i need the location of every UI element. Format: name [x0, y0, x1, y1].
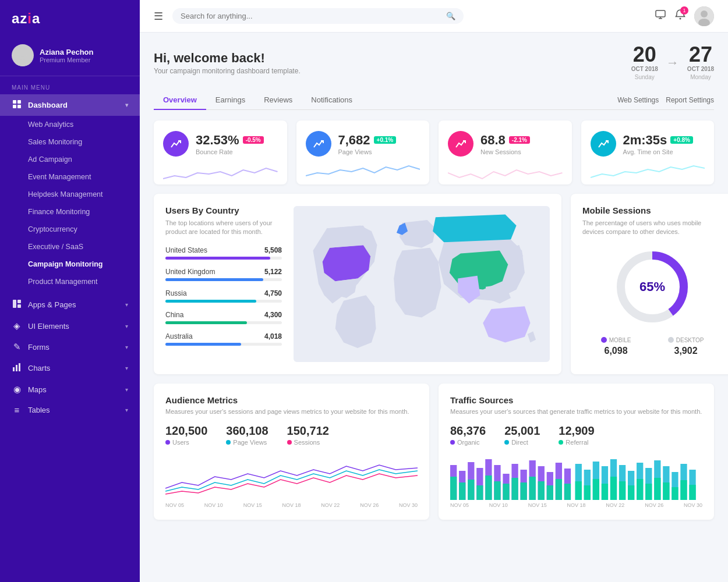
tab-reviews[interactable]: Reviews: [255, 91, 302, 110]
tab-earnings[interactable]: Earnings: [206, 91, 255, 110]
sidebar-item-ad-campaign[interactable]: Ad Campaign: [0, 151, 140, 168]
audience-users-stat: 120,500 Users: [165, 424, 207, 446]
menu-icon[interactable]: ☰: [154, 10, 163, 23]
stat-card-new-sessions: 68.8 -2.1% New Sessions: [439, 120, 572, 184]
sidebar-item-ui-elements[interactable]: ◈ UI Elements ▾: [0, 315, 140, 336]
svg-rect-47: [547, 485, 553, 500]
svg-rect-44: [520, 482, 526, 500]
audience-sessions-stat: 150,712 Sessions: [287, 424, 329, 446]
tab-overview[interactable]: Overview: [154, 91, 206, 110]
mobile-dot: [601, 337, 607, 343]
svg-rect-5: [17, 105, 21, 108]
tab-notifications[interactable]: Notifications: [302, 91, 362, 110]
monitor-icon[interactable]: [655, 9, 666, 23]
welcome-subtitle: Your campaign monitoring dashboard templ…: [154, 67, 301, 75]
sidebar-item-apps-pages[interactable]: Apps & Pages ▾: [0, 294, 140, 315]
svg-rect-64: [575, 481, 582, 500]
date-from-num: 20: [631, 44, 658, 65]
web-settings-link[interactable]: Web Settings: [617, 96, 659, 104]
traffic-title: Traffic Sources: [450, 395, 702, 405]
user-avatar[interactable]: [694, 6, 714, 26]
svg-rect-65: [584, 485, 591, 500]
audience-title: Audience Metrics: [165, 395, 418, 405]
sidebar-item-charts[interactable]: Charts ▾: [0, 357, 140, 379]
sidebar-item-executive-saas[interactable]: Executive / SaaS: [0, 238, 140, 255]
traffic-chart: [450, 453, 702, 500]
arrow-icon: →: [666, 55, 679, 70]
svg-rect-41: [494, 481, 500, 500]
new-sessions-label: New Sessions: [480, 148, 530, 155]
sidebar-item-sales-monitoring[interactable]: Sales Monitoring: [0, 133, 140, 151]
svg-rect-4: [13, 105, 16, 108]
sidebar-item-tables[interactable]: ≡ Tables ▾: [0, 400, 140, 420]
svg-rect-71: [637, 479, 643, 500]
chevron-down-icon-forms: ▾: [125, 344, 128, 350]
chevron-down-icon-ui: ▾: [125, 323, 128, 329]
search-input[interactable]: [181, 12, 441, 20]
sidebar-item-web-analytics[interactable]: Web Analytics: [0, 116, 140, 133]
sidebar-item-event-management[interactable]: Event Management: [0, 168, 140, 186]
chevron-down-icon-tables: ▾: [125, 407, 128, 413]
charts-icon: [12, 363, 22, 374]
sidebar-item-dashboard[interactable]: Dashboard ▾: [0, 94, 140, 116]
pageviews-dot: [226, 440, 231, 445]
country-row: United States 5,508: [165, 246, 282, 260]
sessions-dot: [287, 440, 292, 445]
svg-rect-12: [656, 10, 665, 17]
sidebar-user-profile[interactable]: Aziana Pechon Premium Member: [0, 37, 140, 76]
audience-pageviews-stat: 360,108 Page Views: [226, 424, 268, 446]
search-icon: 🔍: [446, 12, 455, 20]
chevron-down-icon-charts: ▾: [125, 365, 128, 371]
sidebar-item-helpdesk-management[interactable]: Helpdesk Management: [0, 186, 140, 203]
sidebar-item-maps[interactable]: ◉ Maps ▾: [0, 379, 140, 400]
stat-cards: 32.53% -0.5% Bounce Rate: [154, 120, 714, 184]
audience-metrics-card: Audience Metrics Measures your user's se…: [154, 384, 429, 520]
audience-subtitle: Measures your user's sessions and page v…: [165, 407, 418, 416]
svg-rect-40: [485, 475, 492, 500]
svg-rect-73: [654, 478, 660, 500]
svg-rect-43: [511, 478, 518, 500]
svg-rect-76: [680, 480, 687, 500]
sidebar-item-cryptocurrency[interactable]: Cryptocurrency: [0, 221, 140, 238]
country-card-title: Users By Country: [165, 205, 282, 215]
mobile-legend-item: MOBILE 6,098: [601, 337, 631, 356]
desktop-legend-item: DESKTOP 3,902: [668, 337, 704, 356]
dashboard-icon: [12, 100, 22, 111]
avg-time-icon: [591, 131, 616, 157]
notification-badge: 1: [680, 6, 688, 15]
svg-point-17: [701, 10, 708, 17]
sidebar-item-campaign-monitoring[interactable]: Campaign Monitoring: [0, 255, 140, 273]
svg-rect-2: [13, 100, 16, 104]
sidebar-item-finance-monitoring[interactable]: Finance Monitoring: [0, 203, 140, 221]
country-row: United Kingdom 5,122: [165, 268, 282, 281]
stat-card-avg-time: 2m:35s +0.8% Avg. Time on Site: [581, 120, 715, 184]
sidebar: azia Aziana Pechon Premium Member MAIN M…: [0, 0, 140, 582]
notification-icon[interactable]: 1: [674, 9, 686, 23]
svg-rect-68: [610, 477, 617, 500]
sidebar-item-forms[interactable]: ✎ Forms ▾: [0, 336, 140, 357]
search-bar: 🔍: [172, 8, 464, 24]
country-row: Russia 4,750: [165, 289, 282, 303]
direct-dot: [504, 440, 509, 445]
date-range: 20 OCT 2018 Sunday → 27 OCT 2018 Monday: [631, 44, 714, 81]
audience-chart: [165, 453, 418, 500]
mobile-legend: MOBILE 6,098 DESKTOP 3,902: [582, 337, 722, 356]
svg-rect-48: [556, 479, 562, 500]
donut-center-value: 65%: [639, 279, 665, 294]
svg-rect-77: [689, 485, 695, 500]
svg-rect-75: [672, 487, 678, 500]
bounce-rate-icon: [163, 131, 189, 157]
traffic-sources-card: Traffic Sources Measures your user's sou…: [439, 384, 714, 520]
sidebar-item-product-management[interactable]: Product Management: [0, 273, 140, 290]
audience-x-labels: NOV 05 NOV 10 NOV 15 NOV 18 NOV 22 NOV 2…: [165, 502, 418, 508]
svg-rect-38: [468, 480, 474, 500]
avg-time-value: 2m:35s: [623, 133, 667, 148]
svg-rect-7: [17, 300, 21, 303]
svg-point-1: [15, 59, 30, 66]
report-settings-link[interactable]: Report Settings: [666, 96, 714, 104]
tabs: Overview Earnings Reviews Notifications …: [154, 91, 714, 110]
forms-icon: ✎: [12, 342, 22, 352]
svg-rect-72: [645, 484, 652, 500]
welcome-bar: Hi, welcome back! Your campaign monitori…: [154, 44, 714, 81]
svg-point-15: [680, 18, 681, 20]
